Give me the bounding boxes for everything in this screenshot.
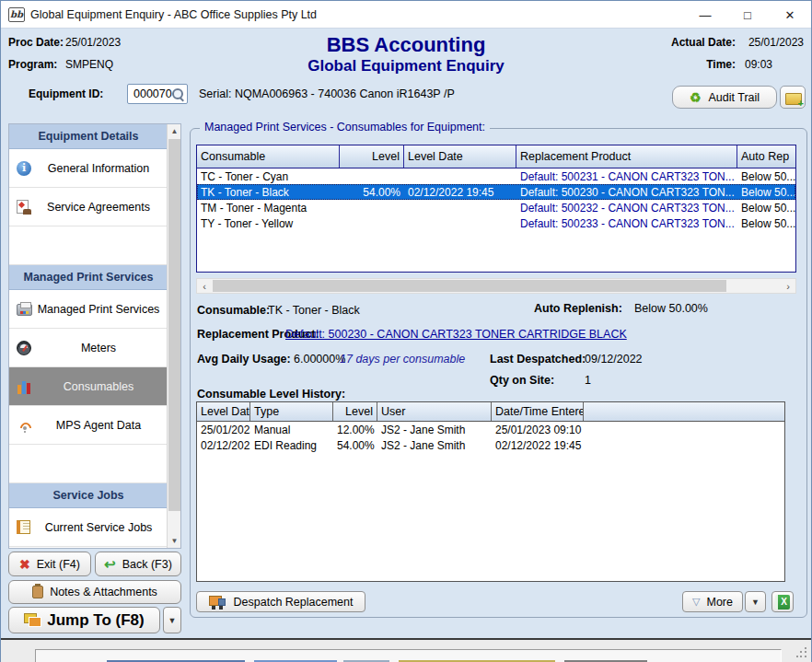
time-value: 09:03	[745, 58, 772, 71]
actual-date-value: 25/01/2023	[748, 36, 804, 49]
sidebar-spacer	[9, 445, 168, 483]
history-table: Level Date Type Level User Date/Time Ent…	[196, 401, 785, 582]
table-row[interactable]: TK - Toner - Black54.00%02/12/2022 19:45…	[197, 184, 795, 200]
consumables-table-header: Consumable Level Level Date Replacement …	[197, 145, 795, 168]
sidebar-item-current-service-jobs[interactable]: Current Service Jobs	[9, 508, 168, 547]
app-window: bb Global Equipment Enquiry - ABC Office…	[0, 0, 812, 662]
maximize-button[interactable]: □	[726, 1, 769, 29]
table-cell: Below 50...	[737, 170, 795, 183]
exit-button[interactable]: ✖ Exit (F4)	[8, 552, 91, 576]
time-label: Time:	[706, 58, 736, 71]
more-button[interactable]: ▽ More	[682, 591, 743, 612]
table-cell: 12.00%	[333, 424, 377, 436]
equipment-id-input[interactable]: 000070	[127, 84, 188, 104]
audit-trail-button[interactable]: ♻ Audit Trail	[672, 86, 777, 109]
sidebar-item-mps-agent-data[interactable]: MPS Agent Data	[9, 406, 168, 445]
table-row[interactable]: TC - Toner - CyanDefault: 500231 - CANON…	[197, 168, 795, 184]
column-header-history-level-date[interactable]: Level Date	[197, 402, 250, 421]
app-logo-icon: bb	[8, 7, 25, 22]
groupbox-title: Managed Print Services - Consumables for…	[200, 121, 490, 134]
column-header-auto-rep[interactable]: Auto Rep	[737, 145, 795, 168]
table-cell: Default: 500233 - CANON CART323 TON...	[516, 217, 737, 230]
jump-to-button[interactable]: Jump To (F8)	[8, 607, 160, 633]
column-header-replacement-product[interactable]: Replacement Product	[516, 145, 737, 168]
history-section-label: Consumable Level History:	[197, 388, 345, 401]
recycle-icon: ♻	[690, 91, 702, 104]
table-cell: Below 50...	[737, 186, 795, 199]
sidebar-item-service-agreements[interactable]: Service Agreements	[9, 188, 168, 226]
scroll-left-icon[interactable]: ‹	[197, 279, 212, 293]
table-cell: 25/01/2023	[197, 424, 250, 436]
sidebar-section-equipment-details: Equipment Details	[9, 124, 168, 149]
actual-date-label: Actual Date:	[671, 36, 736, 49]
table-cell: JS2 - Jane Smith	[377, 439, 492, 452]
table-cell: 54.00%	[340, 186, 404, 199]
table-horizontal-scrollbar[interactable]: ‹ ›	[196, 278, 796, 294]
replacement-product-link[interactable]: Default: 500230 - CANON CART323 TONER CA…	[285, 328, 627, 341]
sidebar-scrollbar[interactable]: ▲ ▼	[167, 124, 180, 548]
last-despatched-label: Last Despatched:	[490, 353, 586, 366]
sidebar-item-blank[interactable]	[9, 547, 168, 548]
despatch-replacement-label: Despatch Replacement	[234, 596, 354, 609]
exit-label: Exit (F4)	[37, 558, 80, 571]
table-row[interactable]: 02/12/2022EDI Reading54.00%JS2 - Jane Sm…	[197, 437, 784, 453]
search-icon[interactable]	[171, 87, 184, 100]
sidebar-item-meters[interactable]: Meters	[9, 329, 168, 367]
column-header-consumable[interactable]: Consumable	[197, 145, 340, 168]
book-icon	[17, 520, 30, 534]
hscrollbar-thumb[interactable]	[213, 280, 726, 292]
serial-label: Serial:	[199, 87, 231, 100]
column-header-history-type[interactable]: Type	[250, 402, 333, 421]
close-x-icon: ✖	[19, 558, 30, 571]
table-row[interactable]: 25/01/2023Manual12.00%JS2 - Jane Smith25…	[197, 422, 784, 437]
resize-grip[interactable]	[796, 647, 807, 658]
more-dropdown-button[interactable]: ▼	[745, 591, 766, 612]
close-button[interactable]: ✕	[769, 1, 811, 29]
clipboard-icon	[32, 586, 43, 598]
scrollbar-thumb[interactable]	[168, 139, 180, 511]
sidebar-item-consumables[interactable]: Consumables	[9, 367, 168, 406]
equipment-id-label: Equipment ID:	[29, 87, 103, 100]
column-header-history-user[interactable]: User	[377, 402, 492, 421]
table-row[interactable]: TM - Toner - MagentaDefault: 500232 - CA…	[197, 200, 795, 215]
sidebar-item-label: Current Service Jobs	[9, 521, 168, 534]
info-icon	[17, 161, 31, 176]
scroll-up-icon[interactable]: ▲	[168, 124, 181, 138]
back-arrow-icon: ↩	[104, 557, 116, 571]
column-header-history-datetime[interactable]: Date/Time Entered	[492, 402, 584, 421]
minimize-button[interactable]: —	[684, 1, 726, 29]
column-header-level[interactable]: Level	[340, 145, 404, 168]
scroll-down-icon[interactable]: ▼	[168, 534, 181, 548]
export-excel-button[interactable]: X	[771, 591, 794, 612]
table-cell: 25/01/2023 09:10	[492, 424, 584, 436]
column-header-history-level[interactable]: Level	[333, 402, 377, 421]
serial-value: NQMA006963 - 740036 Canon iR1643P /P	[235, 87, 455, 100]
sidebar-item-label: Service Agreements	[9, 201, 168, 214]
table-cell: Default: 500232 - CANON CART323 TON...	[516, 202, 737, 215]
column-header-level-date[interactable]: Level Date	[404, 145, 516, 168]
table-cell: Default: 500230 - CANON CART323 TON...	[516, 186, 737, 199]
avg-daily-usage-value: 6.00000%	[294, 353, 345, 366]
qty-on-site-value: 1	[585, 374, 591, 387]
sidebar-item-general-information[interactable]: General Information	[9, 149, 168, 188]
add-folder-button[interactable]	[780, 86, 806, 109]
notes-attachments-button[interactable]: Notes & Attachments	[8, 580, 181, 604]
folders-icon	[24, 613, 41, 627]
sidebar-item-label: General Information	[9, 162, 168, 175]
sidebar: Equipment DetailsGeneral InformationServ…	[8, 123, 181, 549]
consumables-groupbox: Managed Print Services - Consumables for…	[190, 128, 807, 618]
consumable-label: Consumable:	[197, 304, 270, 317]
sidebar-item-managed-print-services[interactable]: Managed Print Services	[9, 290, 168, 329]
status-bar	[1, 638, 811, 662]
despatch-replacement-button[interactable]: Despatch Replacement	[196, 591, 365, 612]
scroll-right-icon[interactable]: ›	[781, 279, 795, 293]
table-cell: 02/12/2022 19:45	[492, 439, 584, 452]
table-row[interactable]: TY - Toner - YellowDefault: 500233 - CAN…	[197, 215, 795, 231]
sidebar-section-service-jobs: Service Jobs	[9, 483, 168, 508]
back-button[interactable]: ↩ Back (F3)	[95, 552, 181, 576]
last-despatched-value: 09/12/2022	[585, 353, 643, 366]
jump-to-dropdown-button[interactable]: ▼	[163, 607, 181, 633]
table-cell: EDI Reading	[250, 439, 333, 452]
table-cell: TM - Toner - Magenta	[197, 202, 340, 215]
sidebar-section-managed-print-services: Managed Print Services	[9, 265, 168, 290]
